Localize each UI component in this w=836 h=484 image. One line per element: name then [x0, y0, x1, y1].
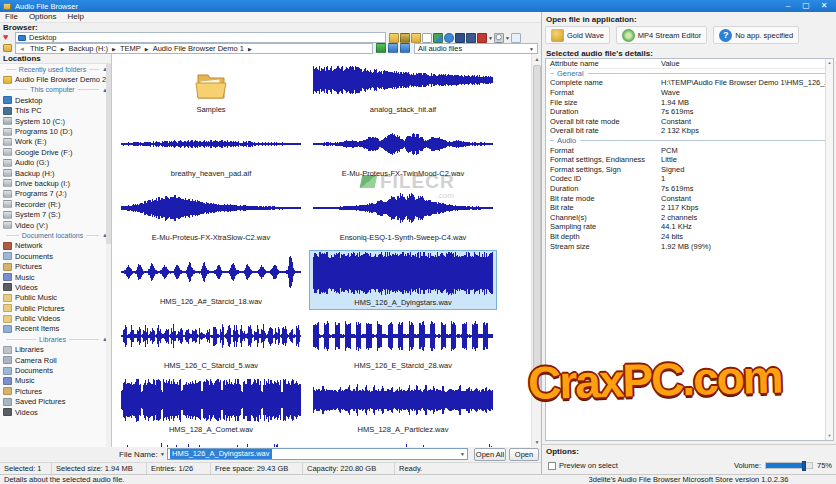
open-button[interactable]: Open [509, 448, 539, 461]
sidebar-item-system-10-c[interactable]: System 10 (C:) [0, 116, 111, 126]
menu-options[interactable]: Options [29, 12, 57, 22]
app-button-mp4-stream-editor[interactable]: MP4 Stream Editor [616, 26, 707, 44]
breadcrumb-item-audio-file-browser-demo-1[interactable]: Audio File Browser Demo 1 [153, 44, 244, 53]
filter-icon[interactable] [466, 33, 476, 43]
menu-file[interactable]: File [5, 12, 18, 22]
sidebar-item-music[interactable]: Music [0, 376, 111, 386]
sidebar-scrollbar[interactable] [106, 64, 111, 447]
preview-on-select-checkbox[interactable] [548, 462, 556, 470]
attribute-value: 24 bits [661, 232, 833, 241]
sidebar-item-pictures[interactable]: Pictures [0, 386, 111, 396]
file-filter-dropdown[interactable]: All audio files ▼ [414, 43, 538, 54]
sidebar-item-saved-pictures[interactable]: Saved Pictures [0, 397, 111, 407]
sidebar-section-libraries[interactable]: Libraries▲ [0, 334, 111, 344]
file-item-hms-126-c-starcid-5-wav[interactable]: HMS_126_C_Starcid_5.wav [117, 314, 305, 374]
flag-icon[interactable] [455, 33, 465, 43]
file-grid-scrollbar-thumb[interactable] [533, 65, 541, 389]
sidebar-item-google-drive-f[interactable]: Google Drive (F:) [0, 147, 111, 157]
file-item-breathy-heaven-pad-aif[interactable]: breathy_heaven_pad.aif [117, 122, 305, 182]
sidebar-item-videos[interactable]: Videos [0, 282, 111, 292]
sidebar-item-recorder-r[interactable]: Recorder (R:) [0, 199, 111, 209]
file-item-hms-126-e-starcid-28-wav[interactable]: HMS_126_E_Starcid_28.wav [309, 314, 497, 374]
favorite-heart-icon[interactable]: ♥ [3, 32, 8, 43]
file-item-hms-128-a-particlez-wav[interactable]: HMS_128_A_Particlez.wav [309, 378, 497, 438]
sidebar-section-recently-used-folders[interactable]: Recently used folders▲ [0, 64, 111, 74]
folder-item-samples[interactable]: Samples [117, 58, 305, 118]
sidebar-item-documents[interactable]: Documents [0, 365, 111, 375]
sidebar-item-audio-g[interactable]: Audio (G:) [0, 158, 111, 168]
sidebar-item-system-7-s[interactable]: System 7 (S:) [0, 209, 111, 219]
file-item-hms-128-a-comet-wav[interactable]: HMS_128_A_Comet.wav [117, 378, 305, 438]
new-file-icon[interactable] [422, 33, 432, 43]
sidebar-item-music[interactable]: Music [0, 272, 111, 282]
volume-slider[interactable] [765, 462, 813, 469]
breadcrumb-item-temp[interactable]: TEMP [120, 44, 141, 53]
sidebar-item-programs-10-d[interactable]: Programs 10 (D:) [0, 126, 111, 136]
details-row-overall-bit-rate-mode: Overall bit rate modeConstant [546, 117, 833, 127]
sidebar-item-audio-file-browser-demo-2[interactable]: Audio File Browser Demo 2 [0, 74, 111, 84]
sidebar-item-drive-backup-i[interactable]: Drive backup (I:) [0, 178, 111, 188]
window-icon[interactable] [511, 33, 521, 43]
sidebar-item-videos[interactable]: Videos [0, 407, 111, 417]
sidebar-item-public-music[interactable]: Public Music [0, 293, 111, 303]
minimize-button[interactable]: – [779, 0, 797, 12]
sidebar-item-recent-items[interactable]: Recent Items [0, 324, 111, 334]
chevron-down-icon[interactable]: ▼ [460, 451, 465, 457]
search-icon[interactable] [494, 33, 504, 43]
new-folder-icon[interactable] [389, 33, 399, 43]
favorite-location-combo[interactable]: Desktop [15, 32, 386, 43]
app-button-no-app-specified[interactable]: ?No app. specified [713, 26, 799, 44]
file-name-input[interactable]: HMS_126_A_Dyingstars.wav ▼ [167, 448, 468, 460]
file-item-hms-126-a-starcid-18-wav[interactable]: HMS_126_A#_Starcid_18.wav [117, 250, 305, 310]
app-button-gold-wave[interactable]: Gold Wave [545, 26, 610, 44]
menu-help[interactable]: Help [67, 12, 83, 22]
sidebar-item-pictures[interactable]: Pictures [0, 261, 111, 271]
open-all-button[interactable]: Open All [474, 448, 506, 461]
breadcrumb-item-this-pc[interactable]: This PC [30, 44, 57, 53]
section-label: Audio [557, 136, 576, 145]
sidebar-item-desktop[interactable]: Desktop [0, 95, 111, 105]
scroll-up-icon[interactable]: ▲ [532, 54, 541, 64]
breadcrumb-item-backup-h[interactable]: Backup (H:) [68, 44, 108, 53]
up-folder-icon[interactable] [388, 43, 398, 53]
open-folder-icon[interactable] [411, 33, 421, 43]
file-grid-scrollbar[interactable]: ▲ ▼ [531, 54, 541, 447]
dropdown-caret-icon[interactable]: ▼ [505, 33, 510, 43]
browse-folder-icon[interactable] [400, 43, 410, 53]
sidebar-scrollbar-thumb[interactable] [106, 64, 111, 244]
dropdown-caret-icon[interactable]: ▼ [488, 33, 493, 43]
sidebar-item-documents[interactable]: Documents [0, 251, 111, 261]
sidebar-item-libraries[interactable]: Libraries [0, 345, 111, 355]
file-item-hms-126-a-dyingstars-wav[interactable]: HMS_126_A_Dyingstars.wav [309, 250, 497, 310]
sidebar-item-video-v[interactable]: Video (V:) [0, 220, 111, 230]
scroll-down-icon[interactable]: ▼ [532, 437, 541, 447]
maximize-button[interactable]: ▢ [797, 0, 815, 12]
volume-slider-thumb[interactable] [802, 461, 806, 471]
sidebar-item-public-pictures[interactable]: Public Pictures [0, 303, 111, 313]
sidebar-item-work-e[interactable]: Work (E:) [0, 137, 111, 147]
sidebar-item-camera-roll[interactable]: Camera Roll [0, 355, 111, 365]
file-item-e-mu-proteus-fx-xtraslow-c2-wav[interactable]: E-Mu-Proteus-FX-XtraSlow-C2.wav [117, 186, 305, 246]
scroll-up-icon[interactable]: ▲ [826, 59, 833, 67]
scroll-down-icon[interactable]: ▼ [826, 432, 833, 440]
thumbnails-view-icon[interactable] [433, 33, 443, 43]
back-arrow-icon[interactable]: ◄ [19, 46, 25, 52]
details-view-icon[interactable] [444, 33, 454, 43]
sidebar-item-network[interactable]: Network [0, 241, 111, 251]
sidebar-section-document-locations[interactable]: Document locations▲ [0, 230, 111, 240]
file-item-e-mu-proteus-fx-twinmood-c2-wav[interactable]: E-Mu-Proteus-FX-TwinMood-C2.wav [309, 122, 497, 182]
sidebar-item-public-videos[interactable]: Public Videos [0, 313, 111, 323]
delete-icon[interactable] [477, 33, 487, 43]
sidebar-section-this-computer[interactable]: This computer▲ [0, 85, 111, 95]
sidebar-item-this-pc[interactable]: This PC [0, 106, 111, 116]
file-name-history-icon[interactable]: ▼ [160, 447, 165, 462]
file-item-ensoniq-esq-1-synth-sweep-c4-wav[interactable]: Ensoniq-ESQ-1-Synth-Sweep-C4.wav [309, 186, 497, 246]
close-button[interactable]: ✕ [815, 0, 833, 12]
refresh-icon[interactable] [376, 43, 386, 53]
details-scrollbar[interactable]: ▲ ▼ [825, 59, 833, 440]
settings-icon[interactable] [400, 33, 410, 43]
divider [86, 235, 99, 236]
sidebar-item-backup-h[interactable]: Backup (H:) [0, 168, 111, 178]
file-item-analog-stack-hit-aif[interactable]: analog_stack_hit.aif [309, 58, 497, 118]
sidebar-item-programs-7-j[interactable]: Programs 7 (J:) [0, 189, 111, 199]
